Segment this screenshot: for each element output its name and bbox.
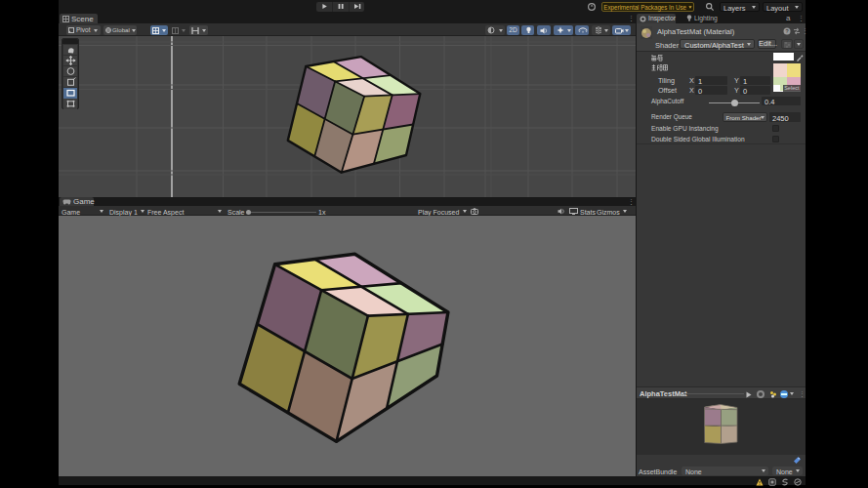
svg-text:?: ? [785, 28, 788, 34]
